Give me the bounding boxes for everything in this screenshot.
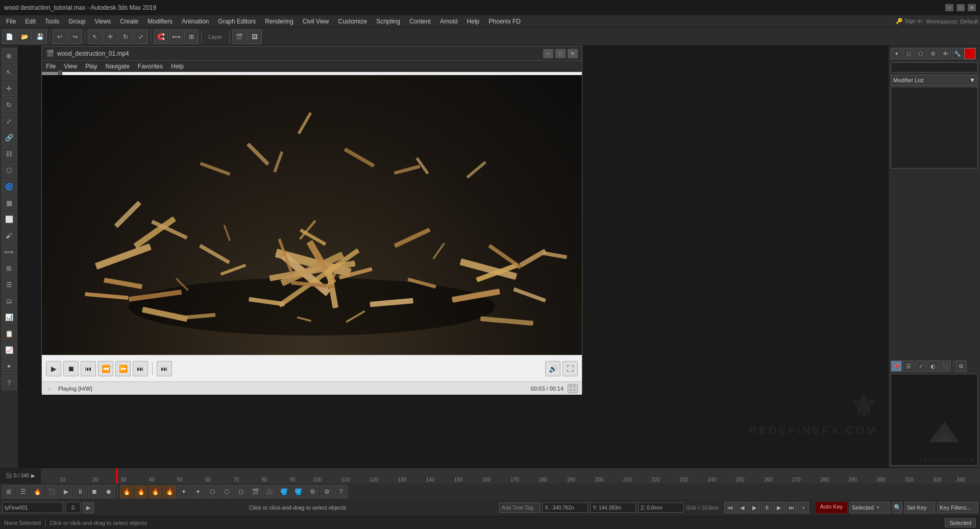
ts-flame2[interactable]: 🔥 <box>134 485 148 498</box>
open-btn[interactable]: 📂 <box>17 30 32 44</box>
ts-settings1[interactable]: ⚙ <box>306 485 319 498</box>
space-warp-tool[interactable]: 🌀 <box>2 179 17 194</box>
show-shaded-btn[interactable]: ⬛ <box>940 360 951 372</box>
color-swatch[interactable] <box>964 48 975 59</box>
object-paint[interactable]: 🖌 <box>2 228 17 243</box>
mp-menu-play[interactable]: Play <box>83 63 99 70</box>
ts-color1[interactable]: ⬛ <box>45 485 58 498</box>
media-player-minimize[interactable]: ─ <box>543 49 553 58</box>
layer-manager[interactable]: ☰ <box>2 277 17 292</box>
window-crossing[interactable]: ⬜ <box>2 211 17 227</box>
timeline-scrubber[interactable] <box>116 468 118 484</box>
new-btn[interactable]: 📄 <box>2 30 16 44</box>
active-shade-btn[interactable]: ◐ <box>927 360 939 372</box>
add-key-btn[interactable]: + <box>798 502 809 513</box>
menu-phoenix-fd[interactable]: Phoenix FD <box>484 17 525 26</box>
ts-anim-pause[interactable]: ⏸ <box>74 485 87 498</box>
ts-flame1[interactable]: 🔥 <box>120 485 133 498</box>
mirror-left[interactable]: ⟺ <box>2 244 17 259</box>
move-btn[interactable]: ✛ <box>103 30 117 44</box>
curve-editor[interactable]: 📈 <box>2 342 17 357</box>
menu-modifiers[interactable]: Modifiers <box>143 17 177 26</box>
ts-fire[interactable]: 🔥 <box>31 485 44 498</box>
ts-anim-stop[interactable]: ⏹ <box>88 485 101 498</box>
media-player-maximize[interactable]: □ <box>555 49 566 58</box>
auto-key-button[interactable]: Auto Key <box>815 502 847 513</box>
next-frame-button[interactable]: ⏩ <box>115 361 131 376</box>
set-key-btn[interactable]: Set Key <box>904 502 935 513</box>
search-btn[interactable]: 🔍 <box>892 502 902 513</box>
modifier-list-header[interactable]: Modifier List ▼ <box>891 75 978 86</box>
display-panel-btn[interactable]: 👁 <box>940 48 951 59</box>
play-anim-btn[interactable]: ▶ <box>749 502 760 513</box>
ts-anim-record[interactable]: ⏺ <box>102 485 115 498</box>
create-tool[interactable]: ⊕ <box>2 48 17 63</box>
menu-civil-view[interactable]: Civil View <box>299 17 333 26</box>
menu-help[interactable]: Help <box>463 17 484 26</box>
select-btn[interactable]: ↖ <box>88 30 102 44</box>
next-frame-btn[interactable]: ▶ <box>773 502 785 513</box>
particle-frame[interactable]: 0 <box>65 502 81 513</box>
fullscreen-button[interactable]: ⛶ <box>562 361 578 376</box>
show-result-btn[interactable]: ✓ <box>915 360 926 372</box>
prev-key-button[interactable]: ⏭ <box>133 361 148 376</box>
anim-play-btn[interactable]: ▶ <box>83 502 94 513</box>
undo-btn[interactable]: ↩ <box>53 30 67 44</box>
mp-menu-help[interactable]: Help <box>169 63 186 70</box>
help-left[interactable]: ? <box>2 375 17 390</box>
select-filter[interactable]: ▦ <box>2 195 17 210</box>
scene-explorer[interactable]: 🗂 <box>2 293 17 308</box>
stop-button[interactable]: ⏹ <box>63 361 79 376</box>
sign-in-btn[interactable]: 🔑 Sign In <box>896 18 922 25</box>
schematic[interactable]: 📋 <box>2 326 17 341</box>
particle-system-name[interactable]: tyFlow001 <box>2 502 63 513</box>
z-coord-field[interactable]: Z: 0.0mm <box>638 502 684 513</box>
mp-menu-view[interactable]: View <box>62 63 79 70</box>
ts-settings2[interactable]: ⚙ <box>320 485 333 498</box>
ts-anim-play[interactable]: ▶ <box>59 485 72 498</box>
rotate-btn[interactable]: ↻ <box>118 30 133 44</box>
media-player-close[interactable]: ✕ <box>568 49 578 58</box>
menu-graph-editors[interactable]: Graph Editors <box>214 17 260 26</box>
viewport-container[interactable]: [+] [Persp] ⚜ REDEFINEFX.COM 🎬 wood_dest… <box>18 46 888 468</box>
ts-select-all[interactable]: ⊞ <box>2 485 15 498</box>
ts-flame3[interactable]: 🔥 <box>149 485 162 498</box>
ts-render2[interactable]: 🎥 <box>263 485 276 498</box>
x-coord-field[interactable]: X: -340.762n <box>542 502 588 513</box>
track-view[interactable]: 📊 <box>2 309 17 325</box>
prev-frame-button[interactable]: ⏪ <box>98 361 113 376</box>
play-button[interactable]: ▶ <box>46 361 61 376</box>
add-time-tag-btn[interactable]: Add Time Tag <box>499 502 540 513</box>
move-tool[interactable]: ✛ <box>2 81 17 96</box>
mp-menu-favorites[interactable]: Favorites <box>136 63 165 70</box>
align-left[interactable]: ⊞ <box>2 260 17 276</box>
menu-rendering[interactable]: Rendering <box>261 17 297 26</box>
menu-customize[interactable]: Customize <box>334 17 372 26</box>
bind-tool[interactable]: ⬡ <box>2 162 17 178</box>
pin-stack-btn[interactable]: 📌 <box>891 360 902 372</box>
timeline-numbers[interactable]: 10 20 30 40 50 60 70 80 90 100 110 120 1… <box>41 468 980 484</box>
menu-tools[interactable]: Tools <box>41 17 63 26</box>
menu-scripting[interactable]: Scripting <box>372 17 404 26</box>
ts-help-strip[interactable]: ? <box>334 485 348 498</box>
ts-particle1[interactable]: ✦ <box>177 485 190 498</box>
stop-rewind-button[interactable]: ⏮ <box>81 361 96 376</box>
stack-display-btn[interactable]: ☰ <box>903 360 914 372</box>
go-to-start-btn[interactable]: ⏮ <box>724 502 736 513</box>
unlink-tool[interactable]: ⛓ <box>2 146 17 161</box>
key-filters-btn[interactable]: Key Filters... <box>937 502 978 513</box>
mp-menu-navigate[interactable]: Navigate <box>103 63 131 70</box>
menu-create[interactable]: Create <box>116 17 142 26</box>
rotate-tool[interactable]: ↻ <box>2 97 17 112</box>
mirror-btn[interactable]: ⟺ <box>169 30 183 44</box>
create-panel-btn[interactable]: ✦ <box>891 48 902 59</box>
ts-bucket2[interactable]: 🪣 <box>291 485 305 498</box>
ts-material[interactable]: ◻ <box>234 485 248 498</box>
select-tool[interactable]: ↖ <box>2 64 17 80</box>
close-button[interactable]: ✕ <box>968 4 976 11</box>
snap-btn[interactable]: 🧲 <box>154 30 168 44</box>
pause-anim-btn[interactable]: ⏸ <box>761 502 772 513</box>
minimize-button[interactable]: ─ <box>945 4 953 11</box>
go-to-end-btn[interactable]: ⏭ <box>786 502 797 513</box>
y-coord-field[interactable]: Y: 144.393m <box>590 502 636 513</box>
